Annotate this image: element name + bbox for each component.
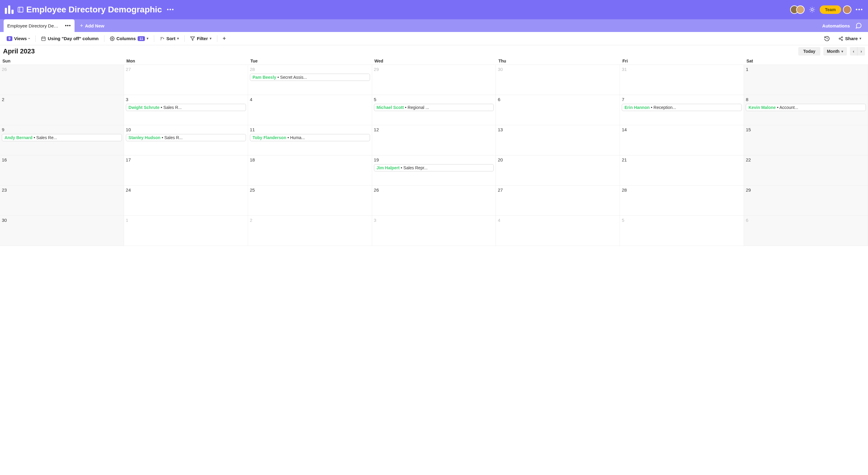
day-cell[interactable]: 17 xyxy=(124,155,248,186)
next-button[interactable]: › xyxy=(858,47,865,56)
using-label: Using "Day off" column xyxy=(48,36,98,41)
day-cell[interactable]: 6 xyxy=(496,95,620,125)
calendar-event[interactable]: Kevin Malone • Account... xyxy=(746,104,866,111)
day-number: 8 xyxy=(746,97,866,102)
day-cell[interactable]: 26 xyxy=(0,65,124,95)
automations-link[interactable]: Automations xyxy=(822,23,850,28)
day-cell[interactable]: 3Dwight Schrute • Sales R... xyxy=(124,95,248,125)
add-new-label: Add New xyxy=(85,23,104,28)
day-number: 31 xyxy=(622,67,742,72)
sort-icon xyxy=(160,36,164,41)
day-cell[interactable]: 27 xyxy=(124,65,248,95)
collaborator-avatars[interactable] xyxy=(790,5,805,14)
sort-button[interactable]: Sort ▾ xyxy=(157,35,182,42)
app-logo[interactable] xyxy=(5,5,13,14)
weekday-label: Thu xyxy=(496,57,620,65)
comment-icon[interactable] xyxy=(855,22,862,29)
calendar-event[interactable]: Toby Flanderson • Huma... xyxy=(250,134,370,141)
day-number: 29 xyxy=(746,187,866,193)
day-cell[interactable]: 29 xyxy=(744,186,868,216)
day-cell[interactable]: 23 xyxy=(0,186,124,216)
calendar-month-title: April 2023 xyxy=(3,48,35,55)
day-cell[interactable]: 20 xyxy=(496,155,620,186)
day-cell[interactable]: 24 xyxy=(124,186,248,216)
calendar-event[interactable]: Michael Scott • Regional ... xyxy=(374,104,494,111)
day-number: 1 xyxy=(126,218,246,223)
day-cell[interactable]: 10Stanley Hudson • Sales R... xyxy=(124,125,248,155)
calendar-event[interactable]: Pam Beesly • Secret Assis... xyxy=(250,74,370,81)
day-cell[interactable]: 16 xyxy=(0,155,124,186)
header-menu-icon[interactable]: ••• xyxy=(856,7,863,13)
calendar-event[interactable]: Erin Hannon • Reception... xyxy=(622,104,742,111)
day-number: 29 xyxy=(374,67,494,72)
day-cell[interactable]: 27 xyxy=(496,186,620,216)
board-icon xyxy=(17,6,24,13)
day-cell[interactable]: 2 xyxy=(248,216,372,246)
calendar-event[interactable]: Jim Halpert • Sales Repr... xyxy=(374,164,494,171)
view-mode-label: Month xyxy=(827,49,840,54)
svg-marker-19 xyxy=(190,37,194,40)
filter-button[interactable]: Filter ▾ xyxy=(187,35,215,42)
day-cell[interactable]: 13 xyxy=(496,125,620,155)
day-cell[interactable]: 19Jim Halpert • Sales Repr... xyxy=(372,155,496,186)
day-cell[interactable]: 6 xyxy=(744,216,868,246)
avatar xyxy=(796,5,805,14)
add-new-button[interactable]: + Add New xyxy=(80,23,104,29)
day-cell[interactable]: 1 xyxy=(124,216,248,246)
day-cell[interactable]: 2 xyxy=(0,95,124,125)
calendar-event[interactable]: Andy Bernard • Sales Re... xyxy=(2,134,122,141)
day-cell[interactable]: 31 xyxy=(620,65,744,95)
columns-label: Columns xyxy=(117,36,136,41)
day-cell[interactable]: 3 xyxy=(372,216,496,246)
day-cell[interactable]: 8Kevin Malone • Account... xyxy=(744,95,868,125)
view-mode-select[interactable]: Month ▾ xyxy=(823,47,847,56)
filter-label: Filter xyxy=(197,36,208,41)
day-cell[interactable]: 21 xyxy=(620,155,744,186)
calendar-event[interactable]: Dwight Schrute • Sales R... xyxy=(126,104,246,111)
tab-active[interactable]: Employee Directory Demo... ••• xyxy=(4,19,74,32)
day-cell[interactable]: 30 xyxy=(0,216,124,246)
day-cell[interactable]: 26 xyxy=(372,186,496,216)
calendar-event[interactable]: Stanley Hudson • Sales R... xyxy=(126,134,246,141)
day-cell[interactable]: 30 xyxy=(496,65,620,95)
history-icon[interactable] xyxy=(824,36,830,42)
day-cell[interactable]: 4 xyxy=(248,95,372,125)
day-cell[interactable]: 28 xyxy=(620,186,744,216)
day-cell[interactable]: 18 xyxy=(248,155,372,186)
user-avatar[interactable] xyxy=(843,5,851,14)
sun-icon[interactable] xyxy=(809,6,815,13)
day-cell[interactable]: 5 xyxy=(620,216,744,246)
day-number: 18 xyxy=(250,157,370,162)
day-cell[interactable]: 14 xyxy=(620,125,744,155)
day-number: 2 xyxy=(250,218,370,223)
svg-point-21 xyxy=(839,38,840,39)
calendar-controls: April 2023 Today Month ▾ ‹ › xyxy=(0,45,868,57)
day-cell[interactable]: 9Andy Bernard • Sales Re... xyxy=(0,125,124,155)
columns-button[interactable]: Columns 11 ▾ xyxy=(107,35,152,42)
day-cell[interactable]: 5Michael Scott • Regional ... xyxy=(372,95,496,125)
day-cell[interactable]: 15 xyxy=(744,125,868,155)
day-cell[interactable]: 12 xyxy=(372,125,496,155)
event-detail: • Regional ... xyxy=(405,105,429,110)
day-cell[interactable]: 7Erin Hannon • Reception... xyxy=(620,95,744,125)
team-button[interactable]: Team xyxy=(820,5,841,14)
today-button[interactable]: Today xyxy=(798,47,820,56)
day-number: 7 xyxy=(622,97,742,102)
add-tool-icon[interactable]: + xyxy=(220,34,229,43)
using-column-button[interactable]: Using "Day off" column xyxy=(38,35,101,42)
day-cell[interactable]: 29 xyxy=(372,65,496,95)
share-button[interactable]: Share ▾ xyxy=(835,35,864,42)
day-number: 6 xyxy=(498,97,618,102)
header-more-icon[interactable]: ••• xyxy=(167,7,175,13)
weekday-header: SunMonTueWedThuFriSat xyxy=(0,57,868,65)
prev-button[interactable]: ‹ xyxy=(850,47,858,56)
day-cell[interactable]: 11Toby Flanderson • Huma... xyxy=(248,125,372,155)
chevron-down-icon: ▾ xyxy=(860,36,861,40)
day-cell[interactable]: 4 xyxy=(496,216,620,246)
views-button[interactable]: 9 Views › xyxy=(4,35,33,42)
day-cell[interactable]: 22 xyxy=(744,155,868,186)
day-cell[interactable]: 1 xyxy=(744,65,868,95)
day-cell[interactable]: 28Pam Beesly • Secret Assis... xyxy=(248,65,372,95)
tab-more-icon[interactable]: ••• xyxy=(65,23,71,28)
day-cell[interactable]: 25 xyxy=(248,186,372,216)
